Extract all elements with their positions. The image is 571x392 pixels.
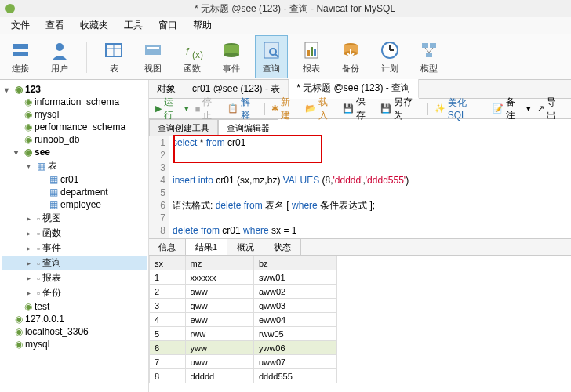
tree-127.0.0.1[interactable]: ◉127.0.0.1 xyxy=(2,313,147,325)
table-row[interactable]: 1xxxxxxsww01 xyxy=(150,270,337,285)
tool-模型[interactable]: 模型 xyxy=(413,36,445,78)
table-row[interactable]: 8ddddddddd555 xyxy=(150,369,337,383)
svg-rect-18 xyxy=(307,50,310,56)
connection-tree[interactable]: ▾◉123◉information_schema◉mysql◉performan… xyxy=(0,80,149,392)
explain-button[interactable]: 📋 解释 xyxy=(227,96,259,122)
svg-rect-28 xyxy=(430,43,436,48)
查询-icon xyxy=(260,39,282,61)
table-row[interactable]: 7uwwuww07 xyxy=(150,355,337,369)
col-sx[interactable]: sx xyxy=(150,256,186,270)
builder-tab[interactable]: 查询创建工具 xyxy=(149,119,218,136)
new-button[interactable]: ✱ 新建 xyxy=(271,96,299,122)
sql-editor[interactable]: 12345678 select * from cr01 insert into … xyxy=(149,136,571,238)
tree-视图[interactable]: ▸▫视图 xyxy=(2,211,147,226)
save-button[interactable]: 💾 保存 xyxy=(343,96,374,122)
restab-结果1[interactable]: 结果1 xyxy=(186,239,227,255)
tree-information_schema[interactable]: ◉information_schema xyxy=(2,96,147,108)
table-row[interactable]: 3qwwqww03 xyxy=(150,299,337,313)
app-icon xyxy=(5,3,16,14)
menu-窗口[interactable]: 窗口 xyxy=(152,17,184,34)
tool-查询[interactable]: 查询 xyxy=(255,35,288,78)
tree-mysql[interactable]: ◉mysql xyxy=(2,338,147,350)
svg-rect-20 xyxy=(314,49,316,56)
tool-备份[interactable]: 备份 xyxy=(335,36,366,78)
result-tabs: 信息结果1概况状态 xyxy=(149,238,571,256)
tool-视图[interactable]: 视图 xyxy=(137,36,169,78)
menu-收藏夹[interactable]: 收藏夹 xyxy=(74,17,115,34)
tree-表[interactable]: ▾▦表 xyxy=(2,158,147,173)
tree-查询[interactable]: ▸▫查询 xyxy=(2,256,147,270)
main-toolbar: 连接用户表视图f(x)函数事件查询报表备份计划模型 xyxy=(0,34,571,80)
模型-icon xyxy=(418,39,440,61)
tree-performance_schema[interactable]: ◉performance_schema xyxy=(2,121,147,133)
tool-表[interactable]: 表 xyxy=(98,36,129,78)
col-bz[interactable]: bz xyxy=(253,256,336,270)
tree-mysql[interactable]: ◉mysql xyxy=(2,108,147,121)
tree-备份[interactable]: ▸▫备份 xyxy=(2,285,147,300)
svg-rect-19 xyxy=(311,47,313,56)
连接-icon xyxy=(9,39,31,61)
tool-函数[interactable]: f(x)函数 xyxy=(176,36,208,78)
restab-信息[interactable]: 信息 xyxy=(149,239,186,255)
col-mz[interactable]: mz xyxy=(185,256,253,270)
svg-rect-29 xyxy=(426,53,432,57)
svg-line-31 xyxy=(429,48,433,53)
svg-text:(x): (x) xyxy=(192,49,203,60)
saveas-button[interactable]: 💾 另存为 xyxy=(380,96,421,122)
svg-rect-8 xyxy=(147,47,159,49)
beautify-button[interactable]: ✨ 美化 SQL xyxy=(435,96,487,121)
editor-tab[interactable]: 查询编辑器 xyxy=(218,119,278,136)
menu-查看[interactable]: 查看 xyxy=(39,17,71,34)
svg-rect-2 xyxy=(13,52,28,56)
用户-icon xyxy=(49,39,71,61)
tool-连接[interactable]: 连接 xyxy=(5,36,36,78)
editor-subtabs: 查询创建工具 查询编辑器 xyxy=(149,119,571,136)
tree-runoob_db[interactable]: ◉runoob_db xyxy=(2,133,147,146)
备份-icon xyxy=(340,39,362,61)
tree-函数[interactable]: ▸▫函数 xyxy=(2,226,147,241)
svg-text:f: f xyxy=(186,46,190,57)
load-button[interactable]: 📂 载入 xyxy=(305,96,336,122)
svg-point-0 xyxy=(5,4,15,13)
tree-报表[interactable]: ▸▫报表 xyxy=(2,270,147,285)
计划-icon xyxy=(379,39,401,61)
restab-状态[interactable]: 状态 xyxy=(264,239,301,255)
menu-工具[interactable]: 工具 xyxy=(118,17,149,34)
window-title: * 无标题 @see (123) - 查询 - Navicat for MySQ… xyxy=(19,2,571,16)
menu-帮助[interactable]: 帮助 xyxy=(187,17,218,34)
tool-报表[interactable]: 报表 xyxy=(296,36,327,78)
tool-计划[interactable]: 计划 xyxy=(374,36,406,78)
svg-rect-7 xyxy=(145,45,161,55)
note-button[interactable]: 📝 备注 ▾ xyxy=(493,96,531,122)
tree-事件[interactable]: ▸▫事件 xyxy=(2,241,147,256)
tree-test[interactable]: ◉test xyxy=(2,300,147,313)
表-icon xyxy=(103,39,125,61)
menu-bar: 文件查看收藏夹工具窗口帮助 xyxy=(0,17,571,34)
报表-icon xyxy=(300,39,322,61)
stop-button[interactable]: ■ 停止 xyxy=(195,96,221,122)
table-row[interactable]: 5rwwrww05 xyxy=(150,327,337,341)
menu-文件[interactable]: 文件 xyxy=(5,17,36,34)
export-button[interactable]: ↗ 导出 xyxy=(537,96,565,122)
tool-用户[interactable]: 用户 xyxy=(44,36,75,78)
svg-point-13 xyxy=(224,53,239,57)
tree-cr01[interactable]: ▦cr01 xyxy=(2,173,147,186)
query-toolbar: ▶ 运行 ▾ ■ 停止 📋 解释 ✱ 新建 📂 载入 💾 保存 💾 另存为 ✨ … xyxy=(149,99,571,119)
svg-point-3 xyxy=(56,43,64,51)
tool-事件[interactable]: 事件 xyxy=(216,36,247,78)
tree-department[interactable]: ▦department xyxy=(2,186,147,198)
tree-123[interactable]: ▾◉123 xyxy=(2,83,147,96)
result-grid[interactable]: sxmzbz1xxxxxxsww012awwaww023qwwqww034eww… xyxy=(149,256,571,392)
table-row[interactable]: 2awwaww02 xyxy=(150,285,337,299)
svg-line-30 xyxy=(425,48,429,53)
svg-rect-27 xyxy=(422,43,428,48)
title-bar: * 无标题 @see (123) - 查询 - Navicat for MySQ… xyxy=(0,0,571,17)
restab-概况[interactable]: 概况 xyxy=(227,239,264,255)
tree-employee[interactable]: ▦employee xyxy=(2,198,147,211)
run-button[interactable]: ▶ 运行 ▾ xyxy=(155,96,189,122)
tree-localhost_3306[interactable]: ◉localhost_3306 xyxy=(2,325,147,338)
table-row[interactable]: 4ewweww04 xyxy=(150,313,337,327)
函数-icon: f(x) xyxy=(181,39,203,61)
table-row[interactable]: 6ywwyww06 xyxy=(150,341,337,355)
tree-see[interactable]: ▾◉see xyxy=(2,146,147,158)
